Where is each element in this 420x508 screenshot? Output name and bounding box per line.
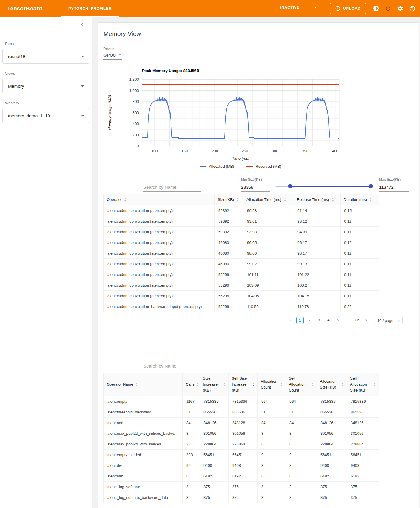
chevron-down-icon xyxy=(81,85,84,87)
column-label: Allocation Time (ms) xyxy=(246,197,281,203)
table-cell: 46080 xyxy=(215,248,243,259)
svg-text:1,000: 1,000 xyxy=(129,88,139,93)
pagination-page-3[interactable]: 3 xyxy=(315,317,323,324)
table-cell: aten::cudnn_convolution (aten::empty) xyxy=(104,205,215,216)
collapse-sidebar-icon[interactable] xyxy=(79,22,85,29)
views-select[interactable]: Memory xyxy=(2,79,89,93)
column-header-release-time-ms[interactable]: Release Time (ms) xyxy=(294,194,341,205)
tab-pytorch-profiler[interactable]: PYTORCH_PROFILER xyxy=(61,0,119,17)
table-cell: 84 xyxy=(286,417,317,428)
pagination-next[interactable]: > xyxy=(363,317,370,324)
column-header-operator-name[interactable]: Operator Name xyxy=(104,373,183,396)
chevron-down-icon xyxy=(81,56,84,57)
column-label: Allocation Count xyxy=(261,378,278,390)
search-input-2[interactable] xyxy=(143,362,201,370)
slider-handle-min[interactable] xyxy=(288,184,292,188)
table-row: aten::cudnn_convolution (aten::empty)460… xyxy=(104,259,379,269)
min-size-label: Min Size(KB) xyxy=(241,178,270,182)
min-size-input[interactable] xyxy=(241,184,270,192)
size-range-slider[interactable] xyxy=(275,184,373,188)
table-row: aten::_log_softmax_backward_data33753753… xyxy=(104,492,379,503)
pagination-page-5[interactable]: 5 xyxy=(334,317,342,324)
upload-button[interactable]: UPLOAD xyxy=(330,3,366,14)
workers-select[interactable]: memory_demo_1_10 xyxy=(2,108,89,123)
max-size-input[interactable] xyxy=(379,184,409,192)
table-cell: 301056 xyxy=(347,428,379,439)
table-cell: 564 xyxy=(258,396,286,407)
column-header-self-allocation-size-kb[interactable]: Self Allocation Size (KB) xyxy=(347,373,379,396)
slider-handle-max[interactable] xyxy=(369,184,373,188)
chart-legend: Allocated (MB)Reserved (MB) xyxy=(142,164,339,169)
pagination-ellipsis[interactable]: ••• xyxy=(344,317,351,324)
table-cell: 9408 xyxy=(200,460,229,471)
column-label: Size (KB) xyxy=(218,197,234,203)
legend-label: Reserved (MB) xyxy=(255,164,281,169)
table-cell: 6192 xyxy=(317,471,347,481)
table-cell: aten::cudnn_convolution (aten::empty) xyxy=(104,259,215,269)
svg-text:Time (ms): Time (ms) xyxy=(232,156,249,161)
table-cell: 0.11 xyxy=(341,280,379,291)
settings-gear-icon[interactable] xyxy=(397,5,404,12)
table-cell: 865536 xyxy=(317,407,347,417)
svg-text:Memory Usage (MB): Memory Usage (MB) xyxy=(108,95,112,131)
help-icon[interactable] xyxy=(409,5,416,12)
column-header-operator[interactable]: Operator xyxy=(104,194,215,205)
page-size-select[interactable]: 10 / page xyxy=(374,317,403,324)
pagination-page-4[interactable]: 4 xyxy=(325,317,332,324)
column-header-size-increase-kb[interactable]: Size Increase (KB) xyxy=(200,373,229,396)
pagination-page-2[interactable]: 2 xyxy=(306,317,313,324)
runs-select[interactable]: resnet18 xyxy=(2,49,89,64)
table-cell: 59392 xyxy=(215,205,243,216)
table-cell: 55296 xyxy=(215,301,243,312)
chevron-down-icon xyxy=(118,54,121,56)
pagination-page-12[interactable]: 12 xyxy=(353,317,360,324)
svg-text:300: 300 xyxy=(272,149,278,153)
column-header-self-allocation-count[interactable]: Self Allocation Count xyxy=(286,373,317,396)
table-cell: 51 xyxy=(258,407,286,417)
table-cell: 348126 xyxy=(229,417,258,428)
refresh-icon[interactable] xyxy=(384,5,392,12)
pagination-page-1[interactable]: 1 xyxy=(296,317,304,324)
column-label: Self Size Increase (KB) xyxy=(232,376,250,393)
device-select[interactable]: GPU0 xyxy=(103,51,122,60)
table-cell: 6 xyxy=(258,471,286,481)
table-cell: 0.11 xyxy=(341,216,379,227)
device-value: GPU0 xyxy=(103,52,116,57)
app-title: TensorBoard xyxy=(7,5,42,12)
column-header-calls[interactable]: Calls xyxy=(183,373,200,396)
table-cell: 0.22 xyxy=(341,301,379,312)
svg-text:200: 200 xyxy=(211,149,218,153)
table-row: aten::cudnn_convolution_backward_input (… xyxy=(104,301,379,312)
chevron-down-icon xyxy=(397,319,400,322)
table-cell: 59392 xyxy=(215,227,243,237)
column-label: Allocation Size (KB) xyxy=(320,378,339,390)
table-cell: 228864 xyxy=(200,439,229,449)
pagination: <12345•••12>10 / page xyxy=(103,317,403,324)
pagination-prev[interactable]: < xyxy=(287,317,294,324)
views-value: Memory xyxy=(8,84,24,89)
table-cell: 101.22 xyxy=(294,269,341,280)
column-header-self-size-increase-kb[interactable]: Self Size Increase (KB) xyxy=(229,373,258,396)
table-cell: 93.98 xyxy=(243,227,294,237)
column-header-allocation-size-kb[interactable]: Allocation Size (KB) xyxy=(317,373,347,396)
table-cell: 6192 xyxy=(229,471,258,481)
search-input[interactable] xyxy=(143,183,201,192)
table-cell: 7815336 xyxy=(229,396,258,407)
column-header-size-kb[interactable]: Size (KB) xyxy=(215,194,243,205)
column-header-allocation-time-ms[interactable]: Allocation Time (ms) xyxy=(243,194,294,205)
table-cell: 104.15 xyxy=(294,291,341,301)
table-row: aten::mm6619261926661926192 xyxy=(104,471,379,481)
status-dropdown[interactable]: INACTIVE xyxy=(280,4,319,13)
table-cell: 0.11 xyxy=(341,259,379,269)
table-row: aten::cudnn_convolution (aten::empty)460… xyxy=(104,248,379,259)
memory-statistics-table: Operator NameCallsSize Increase (KB)Self… xyxy=(103,373,379,503)
dark-mode-icon[interactable] xyxy=(372,5,379,12)
table-cell: 99.02 xyxy=(243,259,294,269)
table-cell: 3 xyxy=(286,481,317,492)
table-cell: 98.17 xyxy=(294,248,341,259)
column-header-allocation-count[interactable]: Allocation Count xyxy=(258,373,286,396)
upload-label: UPLOAD xyxy=(343,6,361,11)
column-header-duration-ms[interactable]: Duration (ms) xyxy=(341,194,379,205)
slider-track-active xyxy=(290,186,371,187)
table-cell: aten::add xyxy=(104,417,183,428)
